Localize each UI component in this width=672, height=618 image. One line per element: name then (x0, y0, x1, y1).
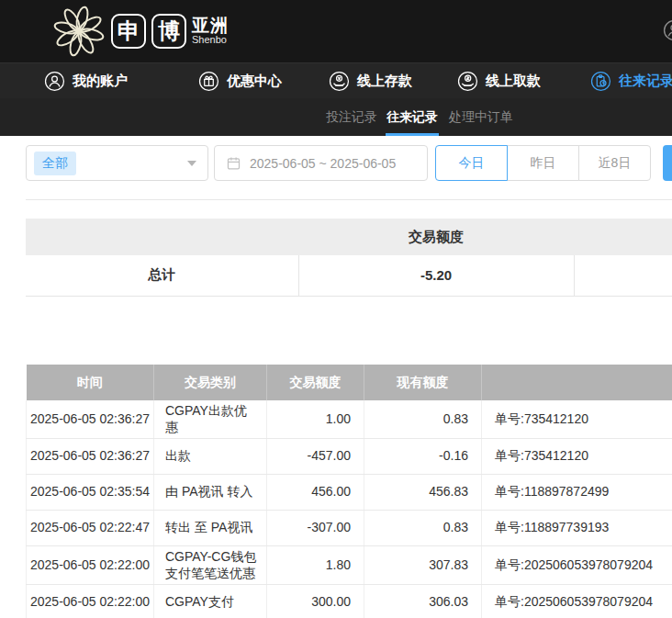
nav-item-online-withdraw[interactable]: 线上取款 (457, 63, 541, 99)
cell-amount: -457.00 (267, 439, 364, 475)
calendar-icon (226, 155, 241, 171)
cell-type: CGPAY出款优惠 (154, 400, 267, 439)
tab-transaction-records[interactable]: 往来记录 (386, 98, 438, 136)
tab-processing-orders[interactable]: 处理中订单 (449, 98, 513, 136)
quick-button-yesterday[interactable]: 昨日 (507, 145, 579, 181)
page: 申 博 亚洲 Shenbo qhhv 我的账户优惠中心线上存款线上取款往来记录 … (0, 0, 672, 618)
date-range-value: 2025-06-05 ~ 2025-06-05 (250, 156, 396, 171)
records-header-row: 时间交易类别交易额度现有额度摘要 (27, 365, 672, 400)
summary-header-amount: 交易额度 (298, 219, 574, 255)
summary-header-row: 交易额度 (26, 219, 672, 255)
table-row: 2025-06-05 02:36:27出款-457.00-0.16单号:7354… (27, 439, 672, 475)
cell-summary: 单号:202506053978079204 (482, 546, 672, 585)
column-header: 现有额度 (364, 365, 482, 400)
top-header: 申 博 亚洲 Shenbo qhhv (0, 0, 672, 62)
column-header: 摘要 (482, 365, 672, 400)
withdraw-icon (457, 71, 478, 92)
cell-time: 2025-06-05 02:22:00 (27, 585, 154, 618)
cell-balance: 456.83 (364, 475, 482, 511)
cell-amount: 1.80 (267, 546, 364, 585)
cell-type: 由 PA视讯 转入 (154, 475, 267, 511)
logo-char-box: 申 (111, 14, 146, 49)
column-header: 时间 (27, 365, 154, 400)
cell-balance: 307.83 (364, 546, 482, 585)
summary-empty-cell (574, 255, 672, 296)
summary-table: 交易额度 总计 -5.20 (26, 219, 672, 297)
cell-summary: 单号:202506053978079204 (482, 585, 672, 618)
summary-total-row: 总计 -5.20 (26, 255, 672, 296)
user-icon (44, 71, 65, 92)
main-nav: 我的账户优惠中心线上存款线上取款往来记录 (0, 62, 672, 98)
nav-item-label: 线上取款 (486, 73, 541, 90)
cell-type: CGPAY-CG钱包支付笔笔送优惠 (154, 546, 267, 585)
records-icon (590, 71, 611, 92)
cell-amount: 456.00 (267, 475, 364, 511)
selected-type-tag: 全部 (34, 152, 76, 175)
column-header: 交易类别 (154, 365, 267, 400)
cell-balance: -0.16 (364, 439, 482, 475)
type-filter-dropdown[interactable]: 全部 (26, 145, 208, 181)
nav-item-transaction-records[interactable]: 往来记录 (590, 63, 672, 99)
table-row: 2025-06-05 02:35:54由 PA视讯 转入456.00456.83… (27, 475, 672, 511)
gift-icon (198, 71, 219, 92)
search-button[interactable] (663, 145, 672, 181)
brand-logo[interactable]: 申 博 亚洲 Shenbo (52, 5, 229, 58)
nav-item-label: 线上存款 (357, 73, 412, 90)
date-range-input[interactable]: 2025-06-05 ~ 2025-06-05 (214, 145, 428, 181)
column-header: 交易额度 (267, 365, 364, 400)
nav-item-label: 往来记录 (619, 73, 672, 90)
nav-item-promo-center[interactable]: 优惠中心 (198, 63, 282, 99)
cell-summary: 单号:118897872499 (482, 475, 672, 511)
nav-item-label: 优惠中心 (227, 73, 282, 90)
divider (26, 199, 672, 200)
cell-amount: 1.00 (267, 400, 364, 439)
summary-total-label: 总计 (26, 255, 298, 296)
table-row: 2025-06-05 02:22:00CGPAY支付300.00306.03单号… (27, 585, 672, 618)
cell-summary: 单号:735412120 (482, 400, 672, 439)
cell-time: 2025-06-05 02:35:54 (27, 475, 154, 511)
cell-type: CGPAY支付 (154, 585, 267, 618)
cell-balance: 0.83 (364, 511, 482, 546)
summary-total-value: -5.20 (298, 255, 574, 296)
cell-time: 2025-06-05 02:22:47 (27, 511, 154, 546)
flower-logo-icon (52, 5, 106, 58)
cell-balance: 306.03 (364, 585, 482, 618)
cell-time: 2025-06-05 02:36:27 (27, 439, 154, 475)
summary-header-empty (574, 219, 672, 255)
date-quick-buttons: 今日昨日近8日 (435, 145, 651, 181)
tab-bet-records[interactable]: 投注记录 (326, 98, 377, 136)
deposit-icon (329, 71, 350, 92)
table-row: 2025-06-05 02:22:47转出 至 PA视讯-307.000.83单… (27, 511, 672, 546)
user-account[interactable]: qhhv (663, 19, 672, 41)
cell-summary: 单号:118897739193 (482, 511, 672, 546)
sub-nav: 投注记录往来记录处理中订单 (0, 98, 672, 136)
brand-subtitle: Shenbo (192, 35, 229, 46)
nav-item-online-deposit[interactable]: 线上存款 (329, 63, 412, 99)
logo-char-box: 博 (151, 14, 186, 49)
cell-time: 2025-06-05 02:22:00 (27, 546, 154, 585)
nav-item-my-account[interactable]: 我的账户 (44, 63, 128, 99)
nav-item-label: 我的账户 (73, 73, 128, 90)
records-table: 时间交易类别交易额度现有额度摘要 2025-06-05 02:36:27CGPA… (26, 365, 672, 618)
cell-time: 2025-06-05 02:36:27 (27, 400, 154, 439)
table-row: 2025-06-05 02:22:00CGPAY-CG钱包支付笔笔送优惠1.80… (27, 546, 672, 585)
cell-balance: 0.83 (364, 400, 482, 439)
quick-button-today[interactable]: 今日 (435, 145, 508, 181)
quick-button-last-8-days[interactable]: 近8日 (578, 145, 651, 181)
brand-region: 亚洲 (192, 17, 229, 35)
avatar-icon (663, 19, 672, 41)
chevron-down-icon (187, 161, 196, 166)
cell-amount: 300.00 (267, 585, 364, 618)
cell-type: 出款 (154, 439, 267, 475)
cell-amount: -307.00 (267, 511, 364, 546)
table-row: 2025-06-05 02:36:27CGPAY出款优惠1.000.83单号:7… (27, 400, 672, 439)
summary-header-empty (26, 219, 298, 255)
cell-type: 转出 至 PA视讯 (154, 511, 267, 546)
cell-summary: 单号:735412120 (482, 439, 672, 475)
